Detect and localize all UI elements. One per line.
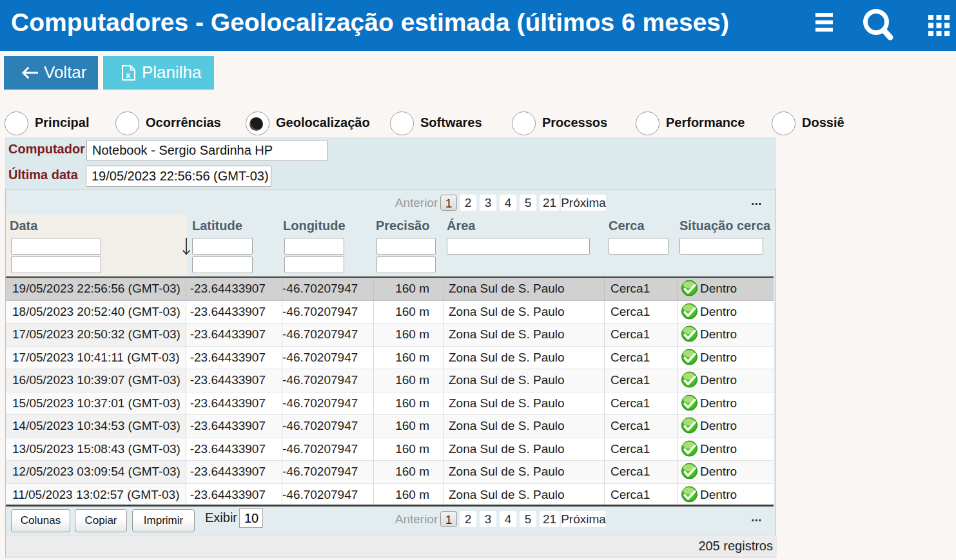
svg-text:x: x [126,70,131,80]
